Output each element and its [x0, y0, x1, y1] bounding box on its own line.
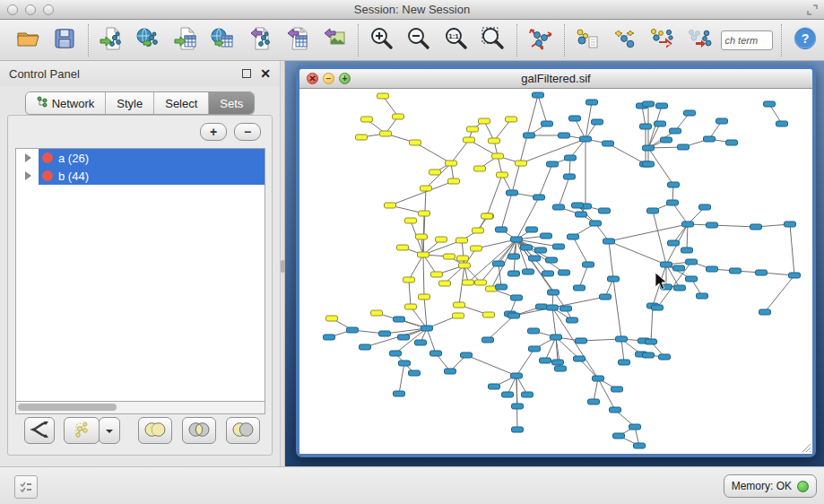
graph-node[interactable] — [385, 203, 396, 208]
graph-node[interactable] — [524, 133, 535, 138]
graph-node[interactable] — [613, 433, 625, 439]
import-network-file-button[interactable] — [93, 22, 130, 59]
graph-edge[interactable] — [621, 339, 624, 362]
graph-node[interactable] — [481, 213, 493, 219]
create-set-dropdown-button[interactable] — [99, 417, 120, 444]
graph-node[interactable] — [726, 140, 738, 145]
graph-node[interactable] — [593, 376, 604, 381]
graph-node[interactable] — [456, 238, 468, 243]
expand-triangle-icon[interactable] — [25, 153, 31, 162]
graph-node[interactable] — [436, 237, 447, 242]
set-list-item[interactable]: a (26) — [16, 149, 265, 167]
graph-node[interactable] — [603, 141, 614, 146]
graph-node[interactable] — [668, 240, 680, 246]
sets-list[interactable]: a (26)b (44) — [15, 148, 265, 402]
graph-node[interactable] — [785, 222, 796, 227]
graph-node[interactable] — [568, 234, 579, 239]
graph-edge[interactable] — [608, 143, 646, 164]
graph-node[interactable] — [684, 110, 696, 116]
graph-node[interactable] — [508, 254, 520, 259]
graph-node[interactable] — [324, 335, 335, 340]
graph-edge[interactable] — [501, 193, 512, 230]
graph-edge[interactable] — [712, 225, 756, 227]
memory-status-button[interactable]: Memory: OK — [724, 474, 817, 498]
graph-edge[interactable] — [424, 297, 427, 328]
graph-node[interactable] — [678, 144, 690, 150]
graph-edge[interactable] — [426, 163, 451, 188]
graph-node[interactable] — [542, 271, 554, 276]
graph-edge[interactable] — [516, 376, 517, 430]
graph-node[interactable] — [533, 195, 545, 200]
graph-node[interactable] — [750, 224, 762, 230]
graph-node[interactable] — [508, 313, 520, 318]
graph-edge[interactable] — [516, 197, 539, 239]
graph-edge[interactable] — [390, 181, 454, 205]
graph-node[interactable] — [553, 204, 565, 210]
graph-node[interactable] — [492, 153, 504, 159]
graph-node[interactable] — [467, 126, 479, 132]
graph-node[interactable] — [640, 124, 652, 129]
graph-node[interactable] — [445, 369, 456, 374]
graph-node[interactable] — [523, 269, 534, 274]
graph-node[interactable] — [416, 234, 428, 239]
graph-node[interactable] — [647, 208, 659, 213]
graph-node[interactable] — [567, 317, 578, 323]
graph-node[interactable] — [716, 118, 728, 124]
graph-edge[interactable] — [613, 279, 621, 339]
tab-select[interactable]: Select — [154, 92, 209, 114]
graph-node[interactable] — [528, 328, 540, 334]
network-canvas[interactable] — [299, 89, 812, 454]
graph-node[interactable] — [493, 261, 505, 266]
scrollbar-thumb[interactable] — [18, 404, 117, 411]
graph-node[interactable] — [686, 276, 698, 282]
graph-edge[interactable] — [651, 306, 653, 342]
graph-edge[interactable] — [545, 337, 556, 361]
graph-node[interactable] — [643, 101, 655, 107]
sets-horizontal-scrollbar[interactable] — [15, 402, 265, 414]
graph-node[interactable] — [522, 392, 533, 397]
close-frame-icon[interactable]: ✕ — [307, 73, 318, 84]
graph-node[interactable] — [652, 305, 664, 310]
graph-node[interactable] — [533, 92, 544, 98]
graph-node[interactable] — [390, 351, 402, 356]
import-table-web-button[interactable] — [204, 22, 241, 59]
graph-node[interactable] — [555, 366, 567, 371]
graph-node[interactable] — [536, 304, 548, 309]
graph-node[interactable] — [516, 161, 527, 166]
maximize-window-icon[interactable] — [43, 4, 54, 15]
graph-edge[interactable] — [790, 224, 794, 275]
graph-node[interactable] — [704, 136, 716, 142]
export-image-button[interactable] — [317, 22, 353, 59]
set-list-item[interactable]: b (44) — [16, 167, 265, 185]
hide-selected-button[interactable] — [644, 22, 681, 59]
graph-node[interactable] — [574, 285, 585, 291]
graph-node[interactable] — [659, 354, 671, 360]
graph-edge[interactable] — [765, 275, 794, 312]
graph-node[interactable] — [511, 237, 523, 242]
import-network-web-button[interactable] — [130, 22, 167, 59]
graph-node[interactable] — [508, 271, 520, 276]
graph-node[interactable] — [356, 135, 368, 140]
graph-node[interactable] — [599, 208, 611, 213]
graph-node[interactable] — [431, 272, 443, 277]
graph-node[interactable] — [681, 248, 693, 253]
close-panel-icon[interactable]: ✕ — [260, 67, 271, 80]
add-set-button[interactable]: + — [200, 123, 227, 141]
graph-edge[interactable] — [539, 164, 552, 197]
maximize-frame-icon[interactable]: + — [339, 73, 351, 84]
graph-node[interactable] — [674, 285, 686, 291]
graph-node[interactable] — [421, 186, 432, 191]
tab-sets[interactable]: Sets — [209, 92, 254, 114]
graph-edge[interactable] — [409, 255, 423, 280]
graph-node[interactable] — [471, 246, 482, 251]
graph-edge[interactable] — [409, 280, 411, 307]
set-row-highlight[interactable]: a (26) — [39, 149, 265, 167]
graph-node[interactable] — [551, 335, 562, 340]
graph-node[interactable] — [634, 443, 646, 448]
export-table-button[interactable] — [279, 22, 316, 59]
graph-node[interactable] — [603, 239, 615, 244]
graph-node[interactable] — [479, 118, 490, 124]
graph-node[interactable] — [565, 155, 577, 161]
graph-node[interactable] — [377, 93, 389, 99]
open-session-button[interactable] — [9, 22, 46, 59]
